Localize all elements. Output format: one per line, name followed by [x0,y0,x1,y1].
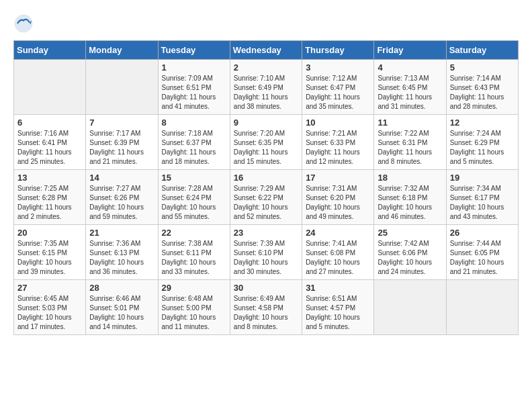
day-number: 9 [234,118,298,128]
day-number: 5 [450,62,515,73]
day-info: Sunrise: 7:14 AM Sunset: 6:43 PM Dayligh… [450,74,515,111]
day-header-thursday: Thursday [302,41,374,60]
day-info: Sunrise: 6:48 AM Sunset: 5:00 PM Dayligh… [162,294,226,332]
day-info: Sunrise: 7:25 AM Sunset: 6:28 PM Dayligh… [17,184,82,222]
calendar-cell: 9Sunrise: 7:20 AM Sunset: 6:35 PM Daylig… [230,115,302,170]
day-info: Sunrise: 6:46 AM Sunset: 5:01 PM Dayligh… [89,294,154,332]
calendar-cell [374,280,446,335]
day-number: 27 [17,283,82,293]
calendar-cell: 13Sunrise: 7:25 AM Sunset: 6:28 PM Dayli… [14,170,86,225]
day-info: Sunrise: 6:51 AM Sunset: 4:57 PM Dayligh… [306,294,370,332]
calendar-cell: 18Sunrise: 7:32 AM Sunset: 6:18 PM Dayli… [374,170,446,225]
day-number: 2 [234,62,298,73]
calendar-week-row: 27Sunrise: 6:45 AM Sunset: 5:03 PM Dayli… [14,280,519,335]
day-info: Sunrise: 7:34 AM Sunset: 6:17 PM Dayligh… [450,184,515,222]
day-info: Sunrise: 7:16 AM Sunset: 6:41 PM Dayligh… [17,129,82,167]
calendar-cell: 15Sunrise: 7:28 AM Sunset: 6:24 PM Dayli… [158,170,230,225]
day-header-tuesday: Tuesday [158,41,230,60]
calendar-cell: 3Sunrise: 7:12 AM Sunset: 6:47 PM Daylig… [302,60,374,115]
calendar-week-row: 1Sunrise: 7:09 AM Sunset: 6:51 PM Daylig… [14,60,519,115]
calendar-cell: 8Sunrise: 7:18 AM Sunset: 6:37 PM Daylig… [158,115,230,170]
day-number: 10 [306,118,370,128]
day-info: Sunrise: 7:36 AM Sunset: 6:13 PM Dayligh… [89,239,154,277]
calendar-cell: 5Sunrise: 7:14 AM Sunset: 6:43 PM Daylig… [446,60,518,115]
calendar-cell: 29Sunrise: 6:48 AM Sunset: 5:00 PM Dayli… [158,280,230,335]
calendar-cell: 27Sunrise: 6:45 AM Sunset: 5:03 PM Dayli… [14,280,86,335]
day-info: Sunrise: 7:39 AM Sunset: 6:10 PM Dayligh… [234,239,298,277]
day-number: 17 [306,173,370,183]
day-header-friday: Friday [374,41,446,60]
day-info: Sunrise: 7:13 AM Sunset: 6:45 PM Dayligh… [378,74,442,111]
day-info: Sunrise: 7:09 AM Sunset: 6:51 PM Dayligh… [162,74,226,111]
day-number: 20 [17,228,82,238]
day-number: 16 [234,173,298,183]
day-info: Sunrise: 7:28 AM Sunset: 6:24 PM Dayligh… [162,184,226,222]
day-number: 21 [89,228,154,238]
calendar-week-row: 6Sunrise: 7:16 AM Sunset: 6:41 PM Daylig… [14,115,519,170]
calendar-cell: 19Sunrise: 7:34 AM Sunset: 6:17 PM Dayli… [446,170,518,225]
day-number: 15 [162,173,226,183]
logo [13,13,36,34]
calendar-cell: 24Sunrise: 7:41 AM Sunset: 6:08 PM Dayli… [302,225,374,280]
day-number: 28 [89,283,154,293]
day-info: Sunrise: 7:12 AM Sunset: 6:47 PM Dayligh… [306,74,370,111]
day-number: 11 [378,118,442,128]
day-number: 30 [234,283,298,293]
day-info: Sunrise: 6:45 AM Sunset: 5:03 PM Dayligh… [17,294,82,332]
day-number: 31 [306,283,370,293]
calendar-cell: 7Sunrise: 7:17 AM Sunset: 6:39 PM Daylig… [86,115,158,170]
calendar-cell: 17Sunrise: 7:31 AM Sunset: 6:20 PM Dayli… [302,170,374,225]
calendar-cell: 25Sunrise: 7:42 AM Sunset: 6:06 PM Dayli… [374,225,446,280]
day-info: Sunrise: 7:44 AM Sunset: 6:05 PM Dayligh… [450,239,515,277]
calendar-week-row: 20Sunrise: 7:35 AM Sunset: 6:15 PM Dayli… [14,225,519,280]
calendar-cell: 10Sunrise: 7:21 AM Sunset: 6:33 PM Dayli… [302,115,374,170]
logo-icon [13,13,34,34]
svg-point-0 [15,15,33,33]
day-number: 4 [378,62,442,73]
calendar-cell: 28Sunrise: 6:46 AM Sunset: 5:01 PM Dayli… [86,280,158,335]
day-header-wednesday: Wednesday [230,41,302,60]
calendar-header-row: SundayMondayTuesdayWednesdayThursdayFrid… [14,41,519,60]
day-info: Sunrise: 7:27 AM Sunset: 6:26 PM Dayligh… [89,184,154,222]
day-info: Sunrise: 7:17 AM Sunset: 6:39 PM Dayligh… [89,129,154,167]
calendar-cell: 11Sunrise: 7:22 AM Sunset: 6:31 PM Dayli… [374,115,446,170]
page-header [13,13,519,34]
day-info: Sunrise: 7:32 AM Sunset: 6:18 PM Dayligh… [378,184,442,222]
day-number: 14 [89,173,154,183]
day-number: 29 [162,283,226,293]
day-number: 12 [450,118,515,128]
day-info: Sunrise: 7:35 AM Sunset: 6:15 PM Dayligh… [17,239,82,277]
day-number: 22 [162,228,226,238]
calendar-cell: 12Sunrise: 7:24 AM Sunset: 6:29 PM Dayli… [446,115,518,170]
calendar-cell: 22Sunrise: 7:38 AM Sunset: 6:11 PM Dayli… [158,225,230,280]
calendar-cell: 23Sunrise: 7:39 AM Sunset: 6:10 PM Dayli… [230,225,302,280]
calendar-cell [14,60,86,115]
day-info: Sunrise: 7:22 AM Sunset: 6:31 PM Dayligh… [378,129,442,167]
day-number: 18 [378,173,442,183]
day-number: 13 [17,173,82,183]
calendar-cell: 21Sunrise: 7:36 AM Sunset: 6:13 PM Dayli… [86,225,158,280]
calendar-cell: 26Sunrise: 7:44 AM Sunset: 6:05 PM Dayli… [446,225,518,280]
calendar-cell: 6Sunrise: 7:16 AM Sunset: 6:41 PM Daylig… [14,115,86,170]
day-number: 7 [89,118,154,128]
calendar-cell [86,60,158,115]
day-number: 23 [234,228,298,238]
day-info: Sunrise: 7:41 AM Sunset: 6:08 PM Dayligh… [306,239,370,277]
day-info: Sunrise: 7:20 AM Sunset: 6:35 PM Dayligh… [234,129,298,167]
day-header-sunday: Sunday [14,41,86,60]
day-info: Sunrise: 7:31 AM Sunset: 6:20 PM Dayligh… [306,184,370,222]
day-number: 19 [450,173,515,183]
day-info: Sunrise: 7:10 AM Sunset: 6:49 PM Dayligh… [234,74,298,111]
calendar-cell: 30Sunrise: 6:49 AM Sunset: 4:58 PM Dayli… [230,280,302,335]
calendar-week-row: 13Sunrise: 7:25 AM Sunset: 6:28 PM Dayli… [14,170,519,225]
calendar-cell: 16Sunrise: 7:29 AM Sunset: 6:22 PM Dayli… [230,170,302,225]
day-number: 1 [162,62,226,73]
day-header-monday: Monday [86,41,158,60]
day-info: Sunrise: 7:29 AM Sunset: 6:22 PM Dayligh… [234,184,298,222]
day-number: 8 [162,118,226,128]
calendar-cell: 4Sunrise: 7:13 AM Sunset: 6:45 PM Daylig… [374,60,446,115]
calendar-cell [446,280,518,335]
calendar-table: SundayMondayTuesdayWednesdayThursdayFrid… [13,40,519,335]
day-number: 3 [306,62,370,73]
day-info: Sunrise: 6:49 AM Sunset: 4:58 PM Dayligh… [234,294,298,332]
